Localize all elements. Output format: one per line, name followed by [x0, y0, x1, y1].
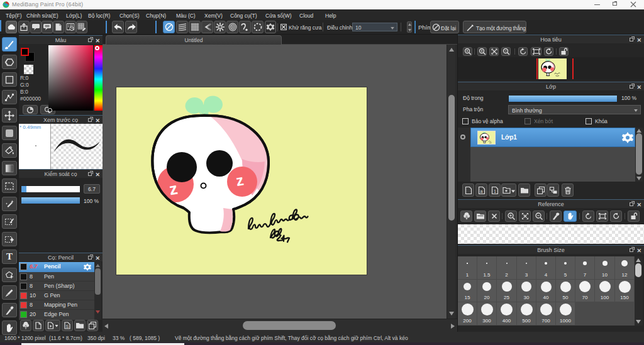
- svg-text:a: a: [480, 189, 482, 193]
- svg-text:S: S: [66, 324, 69, 329]
- svg-text:1: 1: [494, 189, 496, 193]
